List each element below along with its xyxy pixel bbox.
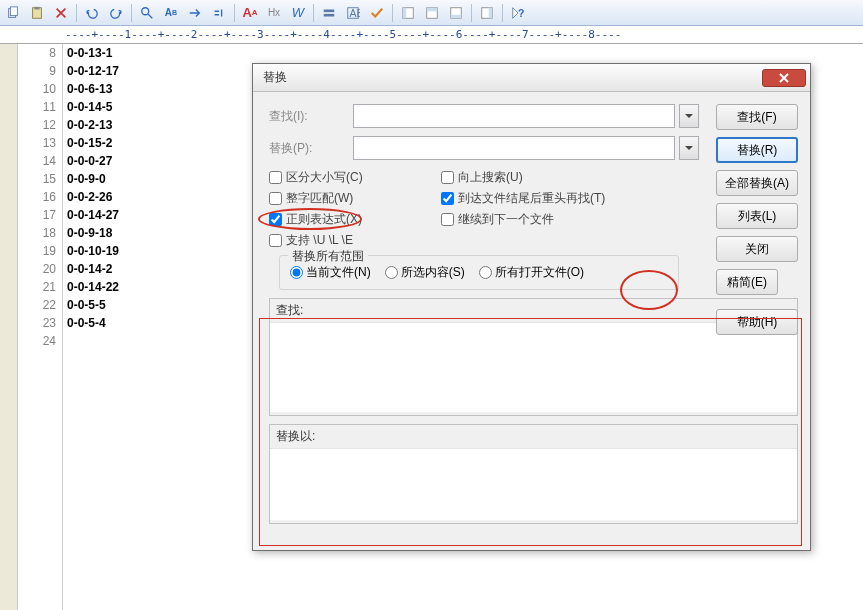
list-button[interactable]: 列表(L) xyxy=(716,203,798,229)
replace-button[interactable]: 替换(R) xyxy=(716,137,798,163)
svg-point-4 xyxy=(142,7,149,14)
scope-all-open-radio[interactable]: 所有打开文件(O) xyxy=(479,264,584,281)
goto-icon[interactable] xyxy=(184,2,206,24)
ruler: ----+----1----+----2----+----3----+----4… xyxy=(0,26,863,44)
multiline-replace-label: 替换以: xyxy=(270,425,797,448)
simple-button[interactable]: 精简(E) xyxy=(716,269,778,295)
replace-input[interactable] xyxy=(353,136,675,160)
copy-icon[interactable] xyxy=(2,2,24,24)
svg-rect-12 xyxy=(427,7,438,11)
scope-title: 替换所有范围 xyxy=(288,248,368,265)
bookmark-icon[interactable] xyxy=(208,2,230,24)
svg-rect-16 xyxy=(489,7,493,18)
search-up-checkbox[interactable]: 向上搜索(U) xyxy=(441,168,661,186)
multiline-find-input[interactable] xyxy=(270,322,797,412)
replace-dialog: 替换 查找(F) 替换(R) 全部替换(A) 列表(L) 关闭 精简(E) 帮助… xyxy=(252,63,811,551)
hex-icon[interactable]: Hx xyxy=(263,2,285,24)
panel2-icon[interactable] xyxy=(421,2,443,24)
panel4-icon[interactable] xyxy=(476,2,498,24)
multiline-replace-area: 替换以: xyxy=(269,424,798,524)
search-icon[interactable] xyxy=(136,2,158,24)
regex-checkbox[interactable]: 正则表达式(X) xyxy=(269,210,441,228)
whole-word-checkbox[interactable]: 整字匹配(W) xyxy=(269,189,441,207)
find-history-dropdown[interactable] xyxy=(679,104,699,128)
next-file-checkbox[interactable]: 继续到下一个文件 xyxy=(441,210,661,228)
replace-history-dropdown[interactable] xyxy=(679,136,699,160)
multiline-replace-input[interactable] xyxy=(270,448,797,520)
panel3-icon[interactable] xyxy=(445,2,467,24)
highlight-icon[interactable] xyxy=(318,2,340,24)
scope-current-radio[interactable]: 当前文件(N) xyxy=(290,264,371,281)
replace-all-button[interactable]: 全部替换(A) xyxy=(716,170,798,196)
dialog-title: 替换 xyxy=(263,69,762,86)
undo-icon[interactable] xyxy=(81,2,103,24)
scope-selection-radio[interactable]: 所选内容(S) xyxy=(385,264,465,281)
find-char-icon[interactable]: AB xyxy=(160,2,182,24)
dialog-titlebar[interactable]: 替换 xyxy=(253,64,810,92)
find-label: 查找(I): xyxy=(269,108,347,125)
main-toolbar: AB AA Hx W AB ? xyxy=(0,0,863,26)
replace-label: 替换(P): xyxy=(269,140,347,157)
find-button[interactable]: 查找(F) xyxy=(716,104,798,130)
find-input[interactable] xyxy=(353,104,675,128)
svg-rect-6 xyxy=(324,13,335,16)
svg-rect-3 xyxy=(34,6,39,9)
wrap-eof-checkbox[interactable]: 到达文件结尾后重头再找(T) xyxy=(441,189,661,207)
wrap-icon[interactable]: W xyxy=(287,2,309,24)
svg-rect-14 xyxy=(451,14,462,18)
help-button[interactable]: 帮助(H) xyxy=(716,309,798,335)
panel1-icon[interactable] xyxy=(397,2,419,24)
svg-text:?: ? xyxy=(518,6,524,18)
svg-rect-10 xyxy=(403,7,407,18)
check-icon[interactable] xyxy=(366,2,388,24)
scope-group: 替换所有范围 当前文件(N) 所选内容(S) 所有打开文件(O) xyxy=(279,255,679,290)
font-size-icon[interactable]: AA xyxy=(239,2,261,24)
backslash-checkbox[interactable]: 支持 \U \L \E xyxy=(269,231,441,249)
help-icon[interactable]: ? xyxy=(507,2,529,24)
redo-icon[interactable] xyxy=(105,2,127,24)
case-checkbox[interactable]: 区分大小写(C) xyxy=(269,168,441,186)
close-icon[interactable] xyxy=(762,69,806,87)
paste-icon[interactable] xyxy=(26,2,48,24)
svg-rect-1 xyxy=(10,6,17,15)
fold-gutter xyxy=(0,44,18,610)
svg-rect-5 xyxy=(324,9,335,12)
block-icon[interactable]: AB xyxy=(342,2,364,24)
delete-icon[interactable] xyxy=(50,2,72,24)
line-number-gutter: 89101112131415161718192021222324 xyxy=(18,44,63,610)
svg-text:AB: AB xyxy=(350,6,361,18)
close-button[interactable]: 关闭 xyxy=(716,236,798,262)
